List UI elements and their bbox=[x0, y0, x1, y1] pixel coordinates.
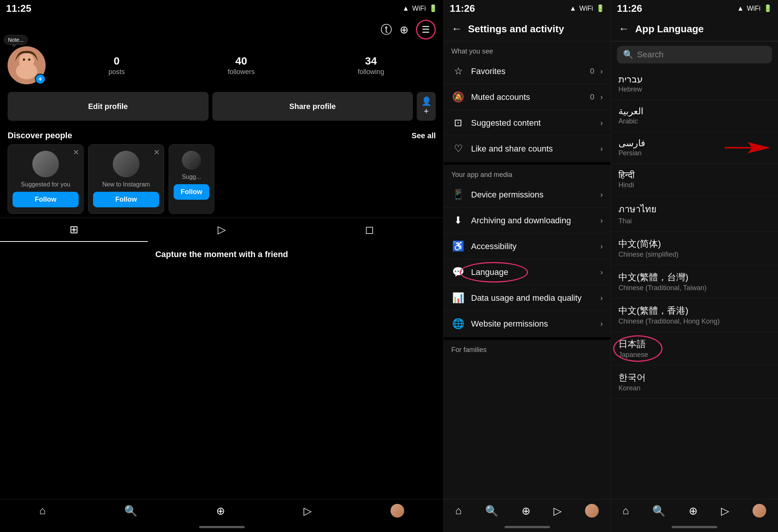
svg-point-4 bbox=[28, 58, 30, 61]
status-icons-1: ▲ WiFi 🔋 bbox=[402, 4, 437, 13]
reels-icon-2[interactable]: ▷ bbox=[553, 505, 562, 517]
card-close-button-0[interactable]: ✕ bbox=[73, 148, 79, 157]
lang-native-zh-simplified: 中文(简体) bbox=[618, 238, 770, 250]
lang-english-zh-simplified: Chinese (simplified) bbox=[618, 251, 770, 259]
lang-title: App Language bbox=[635, 23, 704, 35]
status-icons-2: ▲ WiFi 🔋 bbox=[569, 4, 604, 13]
menu-icon[interactable]: ☰ bbox=[416, 20, 436, 39]
share-profile-button[interactable]: Share profile bbox=[212, 92, 413, 121]
profile-avatar-3[interactable] bbox=[753, 504, 766, 518]
data-chevron: › bbox=[600, 294, 603, 302]
settings-item-archiving[interactable]: ⬇ Archiving and downloading › bbox=[444, 208, 610, 234]
settings-back-button[interactable]: ← bbox=[451, 23, 462, 35]
create-icon-3[interactable]: ⊕ bbox=[689, 505, 697, 517]
search-icon-2[interactable]: 🔍 bbox=[485, 505, 498, 517]
lang-search-bar[interactable]: 🔍 bbox=[617, 46, 772, 63]
status-bar-3: 11:26 ▲ WiFi 🔋 bbox=[611, 0, 778, 17]
lang-native-zh-hk: 中文(繁體，香港) bbox=[618, 305, 770, 317]
settings-item-data[interactable]: 📊 Data usage and media quality › bbox=[444, 285, 610, 311]
profile-avatar-2[interactable] bbox=[585, 504, 599, 518]
add-content-icon[interactable]: ⊕ bbox=[400, 24, 408, 36]
home-icon-2[interactable]: ⌂ bbox=[455, 505, 462, 517]
lang-english-hebrew: Hebrew bbox=[618, 85, 770, 93]
accessibility-icon: ♿ bbox=[451, 240, 465, 252]
lang-item-arabic[interactable]: العربية Arabic bbox=[611, 100, 778, 132]
archiving-icon: ⬇ bbox=[451, 215, 465, 226]
settings-divider-2 bbox=[444, 337, 610, 340]
settings-item-suggested[interactable]: ⊡ Suggested content › bbox=[444, 110, 610, 136]
lang-item-zh-hk[interactable]: 中文(繁體，香港) Chinese (Traditional, Hong Kon… bbox=[611, 298, 778, 332]
avatar-add-button[interactable]: + bbox=[35, 74, 46, 84]
settings-item-accessibility[interactable]: ♿ Accessibility › bbox=[444, 234, 610, 259]
lang-item-thai[interactable]: ภาษาไทย Thai bbox=[611, 196, 778, 232]
home-tab[interactable]: ⌂ bbox=[39, 505, 46, 517]
accessibility-text: Accessibility bbox=[471, 242, 594, 251]
signal-icon-3: ▲ bbox=[737, 5, 744, 13]
battery-icon-3: 🔋 bbox=[764, 4, 772, 13]
profile-tab-grid[interactable]: ⊞ bbox=[0, 218, 148, 242]
status-time-3: 11:26 bbox=[617, 3, 642, 14]
reels-icon-3[interactable]: ▷ bbox=[721, 505, 729, 517]
favorites-icon: ☆ bbox=[451, 65, 465, 77]
threads-icon[interactable]: ⓣ bbox=[381, 22, 392, 38]
svg-marker-5 bbox=[725, 142, 770, 153]
reels-tab[interactable]: ▷ bbox=[304, 505, 312, 517]
wifi-icon-3: WiFi bbox=[747, 5, 761, 13]
create-tab[interactable]: ⊕ bbox=[216, 505, 225, 517]
home-icon-3[interactable]: ⌂ bbox=[623, 505, 629, 517]
card-follow-button-0[interactable]: Follow bbox=[13, 192, 79, 207]
profile-tab-reels[interactable]: ▷ bbox=[148, 218, 296, 242]
lang-search-icon: 🔍 bbox=[623, 50, 633, 60]
profile-topnav: ⓣ ⊕ ☰ bbox=[0, 17, 443, 43]
profile-tab-icon[interactable] bbox=[391, 504, 404, 518]
lang-item-persian[interactable]: فارسی Persian bbox=[611, 132, 778, 164]
settings-item-favorites[interactable]: ☆ Favorites 0 › bbox=[444, 58, 610, 84]
signal-icon-2: ▲ bbox=[569, 5, 576, 13]
lang-search-input[interactable] bbox=[637, 50, 766, 60]
search-icon-3[interactable]: 🔍 bbox=[652, 505, 666, 517]
lang-item-hindi[interactable]: हिन्दी Hindi bbox=[611, 164, 778, 196]
red-arrow-icon bbox=[725, 140, 770, 155]
profile-tab-tagged[interactable]: ◻ bbox=[296, 218, 443, 242]
lang-item-zh-simplified[interactable]: 中文(简体) Chinese (simplified) bbox=[611, 232, 778, 265]
following-stat[interactable]: 34 following bbox=[357, 55, 384, 76]
settings-item-muted[interactable]: 🔕 Muted accounts 0 › bbox=[444, 84, 610, 110]
search-tab[interactable]: 🔍 bbox=[124, 505, 138, 517]
what-you-see-label: What you see bbox=[444, 41, 610, 58]
card-avatar-1 bbox=[113, 151, 139, 177]
avatar-wrap[interactable]: Note... + bbox=[8, 46, 46, 84]
favorites-badge: 0 bbox=[590, 67, 594, 76]
grid-icon: ⊞ bbox=[70, 223, 78, 236]
lang-item-hebrew[interactable]: עברית Hebrew bbox=[611, 68, 778, 100]
lang-back-button[interactable]: ← bbox=[618, 23, 629, 35]
settings-item-website[interactable]: 🌐 Website permissions › bbox=[444, 311, 610, 337]
lang-item-zh-taiwan[interactable]: 中文(繁體，台灣) Chinese (Traditional, Taiwan) bbox=[611, 265, 778, 298]
card-follow-button-2[interactable]: Follow bbox=[174, 184, 209, 200]
add-friend-button[interactable]: 👤+ bbox=[417, 92, 436, 121]
lang-item-japanese[interactable]: 日本語 Japanese bbox=[611, 332, 778, 365]
lang-item-korean[interactable]: 한국어 Korean bbox=[611, 365, 778, 399]
settings-item-likes[interactable]: ♡ Like and share counts › bbox=[444, 136, 610, 162]
create-icon-2[interactable]: ⊕ bbox=[522, 505, 530, 517]
lang-english-hindi: Hindi bbox=[618, 181, 770, 189]
followers-stat[interactable]: 40 followers bbox=[228, 55, 255, 76]
muted-text: Muted accounts bbox=[471, 92, 584, 102]
language-chevron: › bbox=[600, 268, 603, 276]
language-panel: 11:26 ▲ WiFi 🔋 ← App Language 🔍 עברית He… bbox=[611, 0, 778, 532]
lang-native-korean: 한국어 bbox=[618, 371, 770, 384]
posts-stat[interactable]: 0 posts bbox=[108, 55, 125, 76]
card-close-button-1[interactable]: ✕ bbox=[153, 148, 160, 157]
card-follow-button-1[interactable]: Follow bbox=[93, 192, 159, 207]
settings-item-language[interactable]: 💬 Language › bbox=[444, 259, 610, 285]
see-all-link[interactable]: See all bbox=[412, 131, 436, 140]
card-label-2: Sugg... bbox=[182, 174, 201, 180]
archiving-text: Archiving and downloading bbox=[471, 216, 594, 226]
settings-item-device[interactable]: 📱 Device permissions › bbox=[444, 182, 610, 208]
nav-indicator-1 bbox=[0, 522, 443, 532]
edit-profile-button[interactable]: Edit profile bbox=[8, 92, 209, 121]
likes-text: Like and share counts bbox=[471, 144, 594, 154]
website-text: Website permissions bbox=[471, 319, 594, 329]
profile-tabs: ⊞ ▷ ◻ bbox=[0, 218, 443, 242]
archiving-chevron: › bbox=[600, 216, 603, 225]
battery-icon-1: 🔋 bbox=[429, 4, 437, 13]
